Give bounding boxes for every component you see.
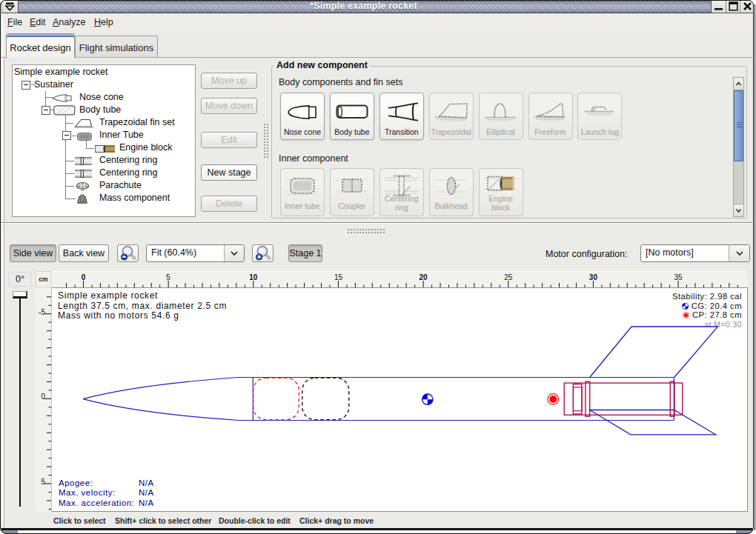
svg-text:kg: kg [81, 199, 84, 202]
